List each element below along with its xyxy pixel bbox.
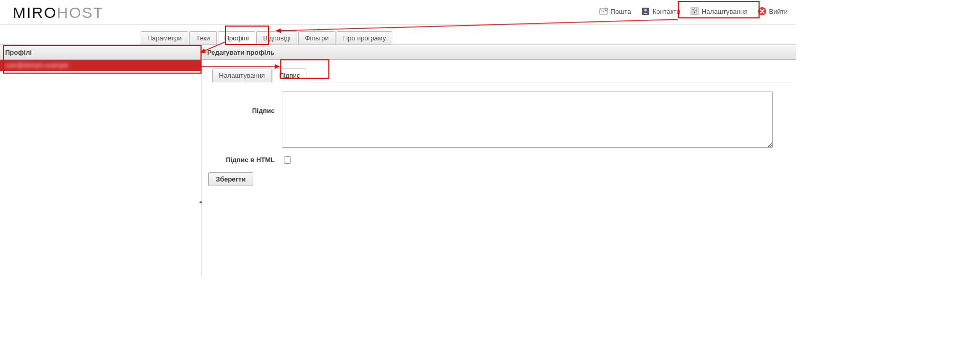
- signature-textarea[interactable]: [282, 92, 773, 148]
- nav-settings-label: Налаштування: [702, 8, 748, 15]
- main-heading: Редагувати профіль: [202, 46, 796, 60]
- inner-tab-settings[interactable]: Налаштування: [212, 69, 272, 82]
- sidebar-heading: Профілі: [0, 46, 202, 60]
- nav-mail[interactable]: Пошта: [595, 5, 634, 17]
- logo-part1: MIRO: [13, 4, 57, 21]
- inner-tab-signature[interactable]: Підпис: [273, 69, 307, 82]
- signature-label: Підпис: [205, 92, 282, 115]
- content-area: Профілі user@domain.example Редагувати п…: [0, 45, 796, 278]
- row-html-signature: Підпис в HTML: [205, 155, 791, 165]
- sidebar: Профілі user@domain.example: [0, 46, 202, 278]
- top-nav: Пошта Контакти Налаштування Вийти: [595, 5, 791, 17]
- inner-tab-row: Налаштування Підпис: [212, 64, 791, 82]
- nav-logout[interactable]: Вийти: [754, 5, 791, 17]
- save-button[interactable]: Зберегти: [208, 172, 253, 186]
- settings-icon: [689, 6, 700, 16]
- main-tab-row: Параметри Теки Профілі Відповіді Фільтри…: [0, 25, 796, 45]
- tab-profiles[interactable]: Профілі: [218, 31, 256, 45]
- row-save: Зберегти: [205, 172, 791, 186]
- row-signature: Підпис: [205, 92, 791, 148]
- nav-mail-label: Пошта: [611, 8, 631, 15]
- logo: MIROHOST: [13, 4, 104, 21]
- app-header: MIROHOST Пошта Контакти Налаштування Вий…: [0, 0, 796, 25]
- main-panel: Редагувати профіль Налаштування Підпис П…: [202, 46, 796, 278]
- profile-item-label: user@domain.example: [5, 62, 69, 69]
- html-signature-label: Підпис в HTML: [205, 155, 282, 164]
- tab-folders[interactable]: Теки: [189, 31, 216, 45]
- nav-contacts[interactable]: Контакти: [637, 5, 683, 17]
- tab-about[interactable]: Про програму: [337, 31, 393, 45]
- mail-icon: [598, 6, 609, 16]
- svg-point-10: [695, 10, 697, 11]
- inner-tabs: Налаштування Підпис: [212, 69, 307, 82]
- tab-params[interactable]: Параметри: [141, 31, 188, 45]
- nav-contacts-label: Контакти: [653, 8, 680, 15]
- profile-list: user@domain.example: [0, 60, 202, 71]
- contacts-icon: [640, 6, 651, 16]
- svg-point-9: [694, 12, 695, 13]
- nav-logout-label: Вийти: [769, 8, 788, 15]
- svg-point-8: [692, 9, 694, 11]
- nav-settings[interactable]: Налаштування: [686, 5, 751, 17]
- tab-filters[interactable]: Фільтри: [298, 31, 336, 45]
- logo-part2: HOST: [57, 4, 103, 21]
- splitter-handle-icon[interactable]: ◂: [199, 199, 202, 205]
- profile-item[interactable]: user@domain.example: [0, 60, 202, 71]
- svg-point-3: [644, 9, 647, 12]
- html-signature-checkbox[interactable]: [284, 156, 291, 164]
- main-tabs: Параметри Теки Профілі Відповіді Фільтри…: [141, 31, 393, 45]
- signature-form: Підпис Підпис в HTML Зберегти: [202, 82, 796, 186]
- logout-icon: [757, 6, 767, 16]
- tab-replies[interactable]: Відповіді: [256, 31, 297, 45]
